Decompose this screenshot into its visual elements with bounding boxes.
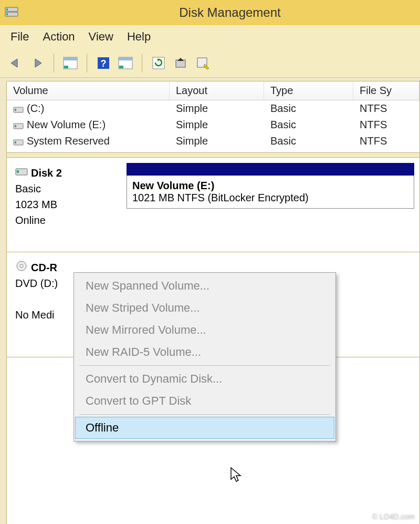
svg-rect-20 [15, 141, 16, 143]
pane-divider[interactable] [7, 152, 419, 158]
context-menu: New Spanned Volume... New Striped Volume… [74, 272, 336, 441]
svg-rect-11 [119, 66, 123, 68]
column-layout[interactable]: Layout [170, 81, 264, 100]
svg-rect-2 [6, 8, 8, 11]
disk-label: Disk 2 Basic 1023 MB Online [12, 163, 122, 246]
volume-block[interactable]: New Volume (E:) 1021 MB NTFS (BitLocker … [127, 163, 414, 246]
volume-header-bar [127, 163, 414, 176]
svg-point-24 [20, 264, 23, 268]
svg-rect-10 [119, 57, 132, 60]
menu-separator [79, 365, 330, 366]
svg-rect-13 [176, 60, 185, 67]
menu-item-new-raid5: New RAID-5 Volume... [75, 341, 334, 363]
properties-button[interactable] [193, 53, 213, 73]
svg-rect-3 [6, 13, 8, 15]
titlebar: Disk Management [0, 0, 420, 25]
menu-item-offline[interactable]: Offline [75, 417, 334, 439]
menu-item-new-mirrored: New Mirrored Volume... [75, 319, 334, 341]
show-pane-button[interactable] [60, 53, 80, 73]
menu-item-new-spanned: New Spanned Volume... [75, 275, 334, 297]
rescan-button[interactable] [171, 53, 191, 73]
menu-separator [79, 414, 330, 415]
drive-icon [13, 121, 24, 129]
svg-rect-16 [15, 109, 16, 111]
menu-item-convert-gpt: Convert to GPT Disk [75, 390, 334, 412]
toolbar-separator [54, 54, 54, 73]
cdrom-icon [15, 260, 28, 275]
menu-action[interactable]: Action [43, 30, 75, 44]
menu-item-new-striped: New Striped Volume... [75, 297, 334, 319]
disk-row[interactable]: Disk 2 Basic 1023 MB Online New Volume (… [7, 158, 419, 252]
help-button[interactable]: ? [93, 53, 113, 73]
volume-detail: 1021 MB NTFS (BitLocker Encrypted) [132, 192, 408, 204]
toolbar-separator [87, 54, 87, 73]
app-icon [4, 5, 19, 20]
refresh-button[interactable] [149, 53, 169, 73]
column-volume[interactable]: Volume [7, 81, 170, 100]
menu-view[interactable]: View [89, 30, 113, 44]
back-button[interactable] [5, 53, 25, 73]
drive-icon [13, 137, 24, 146]
svg-rect-6 [64, 66, 68, 68]
column-filesystem[interactable]: File Sy [353, 81, 419, 100]
column-type[interactable]: Type [264, 81, 353, 100]
menu-item-convert-dynamic: Convert to Dynamic Disk... [75, 368, 334, 390]
drive-icon [13, 105, 24, 113]
watermark: © LO4D.com [372, 512, 415, 521]
svg-text:?: ? [101, 58, 107, 69]
table-row[interactable]: (C:) Simple Basic NTFS [7, 100, 419, 117]
toolbar-separator [142, 54, 142, 73]
svg-rect-22 [17, 170, 19, 173]
view-pane-button[interactable] [116, 53, 135, 73]
svg-rect-18 [15, 125, 16, 127]
menu-file[interactable]: File [10, 30, 29, 44]
volume-table-body: (C:) Simple Basic NTFS New Volume (E:) S… [7, 100, 419, 149]
menubar: File Action View Help [0, 25, 420, 48]
menu-help[interactable]: Help [127, 30, 151, 44]
volume-table-header: Volume Layout Type File Sy [7, 81, 419, 100]
disk-icon [15, 165, 28, 181]
table-row[interactable]: System Reserved Simple Basic NTFS [7, 133, 419, 149]
volume-name: New Volume (E:) [132, 180, 408, 192]
table-row[interactable]: New Volume (E:) Simple Basic NTFS [7, 117, 419, 133]
svg-rect-5 [64, 57, 77, 60]
toolbar: ? [0, 48, 420, 78]
forward-button[interactable] [27, 53, 47, 73]
window-title: Disk Management [23, 5, 416, 20]
